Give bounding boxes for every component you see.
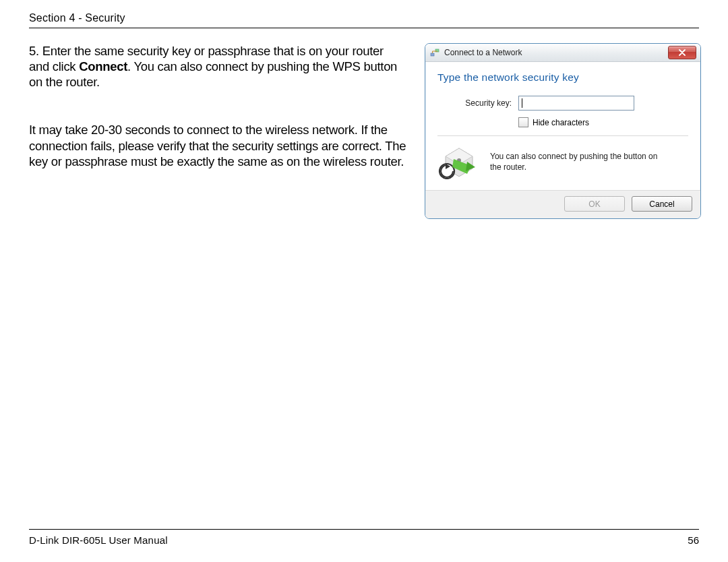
- instruction-step: 5. Enter the same security key or passph…: [29, 43, 406, 90]
- footer-page-number: 56: [688, 534, 699, 546]
- dialog-heading: Type the network security key: [437, 71, 688, 84]
- instruction-note: It may take 20-30 seconds to connect to …: [29, 122, 423, 168]
- cancel-button[interactable]: Cancel: [632, 196, 692, 212]
- security-key-input[interactable]: [518, 96, 634, 111]
- text-cursor: [522, 98, 522, 108]
- dialog-titlebar: Connect to a Network: [425, 44, 700, 62]
- ok-button[interactable]: OK: [564, 196, 625, 212]
- svg-rect-0: [431, 53, 434, 56]
- header-rule: [29, 28, 699, 28]
- dialog-title: Connect to a Network: [444, 48, 522, 57]
- hide-characters-label: Hide characters: [533, 118, 589, 127]
- footer-manual: D-Link DIR-605L User Manual: [29, 534, 168, 546]
- step-text-bold: Connect: [79, 59, 127, 73]
- network-icon: [429, 47, 440, 58]
- wps-hint-text: You can also connect by pushing the butt…: [490, 151, 665, 173]
- connect-network-dialog: Connect to a Network Type the network se…: [425, 43, 701, 219]
- close-icon: [679, 49, 686, 56]
- dialog-footer: OK Cancel: [425, 190, 700, 218]
- hide-characters-checkbox[interactable]: [518, 117, 528, 127]
- close-button[interactable]: [668, 46, 696, 59]
- section-header: Section 4 - Security: [29, 12, 125, 24]
- footer-rule: [29, 529, 699, 530]
- step-number: 5.: [29, 44, 39, 58]
- wps-router-icon: [437, 144, 481, 179]
- security-key-label: Security key:: [437, 98, 518, 108]
